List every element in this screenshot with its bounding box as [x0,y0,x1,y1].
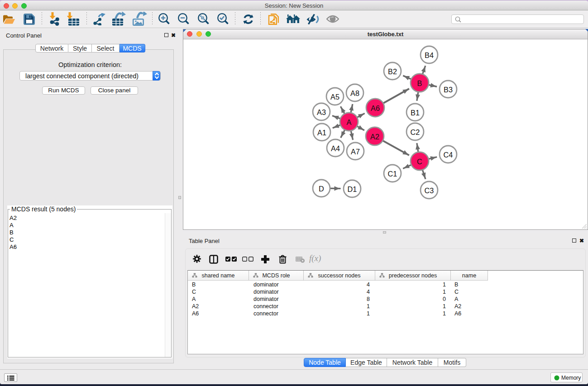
svg-text:C3: C3 [425,186,434,195]
svg-text:A2: A2 [370,133,379,141]
svg-text:C2: C2 [411,128,420,136]
svg-text:D1: D1 [348,185,357,193]
svg-text:A: A [347,118,352,126]
svg-text:B: B [417,79,422,87]
svg-text:A1: A1 [317,129,326,137]
svg-text:A5: A5 [330,93,339,101]
svg-text:A8: A8 [350,89,359,97]
svg-text:C1: C1 [388,170,397,178]
svg-text:A6: A6 [371,104,380,112]
svg-text:B2: B2 [388,67,397,76]
svg-text:C: C [417,157,422,166]
svg-text:f(x): f(x) [309,254,321,263]
svg-text:A7: A7 [351,148,360,156]
svg-text:A4: A4 [331,144,340,152]
svg-text:B3: B3 [444,86,453,94]
svg-text:A3: A3 [317,108,326,116]
svg-text:C4: C4 [444,151,453,159]
svg-text:B1: B1 [411,109,420,117]
svg-text:B4: B4 [425,51,434,59]
svg-text:D: D [319,185,324,193]
